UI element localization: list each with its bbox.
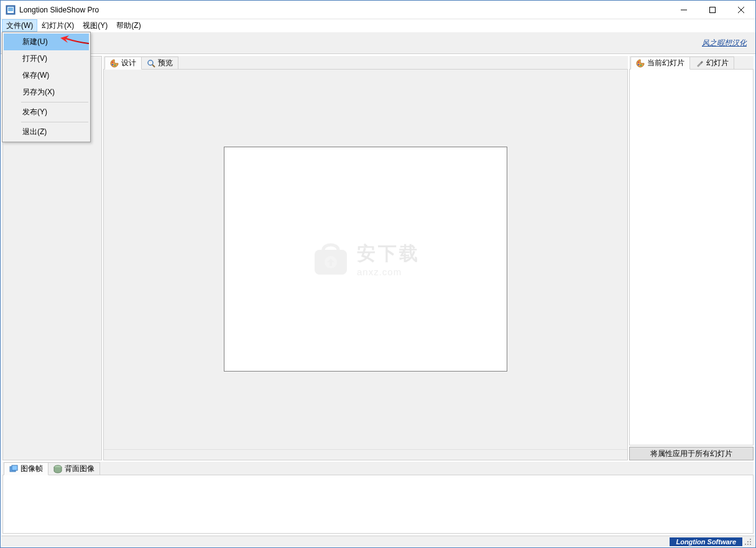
minimize-button[interactable] bbox=[670, 1, 698, 19]
center-tabstrip: 设计 预览 bbox=[103, 56, 628, 70]
horizontal-scrollbar[interactable] bbox=[104, 449, 627, 460]
watermark: 安下载 anxz.com bbox=[311, 241, 420, 277]
menu-item-new[interactable]: 新建(U) bbox=[4, 34, 89, 50]
menu-slide[interactable]: 幻灯片(X) bbox=[37, 19, 78, 32]
tab-all-slides[interactable]: 幻灯片 bbox=[689, 57, 734, 69]
svg-rect-2 bbox=[8, 7, 13, 11]
frames-icon bbox=[9, 465, 18, 473]
menu-item-label: 退出(Z) bbox=[22, 127, 47, 136]
svg-rect-34 bbox=[750, 544, 751, 545]
menu-item-label: 打开(V) bbox=[22, 54, 47, 63]
center-panel: 设计 预览 bbox=[103, 56, 628, 460]
menu-item-label: 保存(W) bbox=[22, 71, 49, 80]
svg-point-17 bbox=[112, 63, 113, 65]
svg-rect-27 bbox=[12, 465, 17, 470]
svg-rect-21 bbox=[315, 250, 347, 275]
menu-label: 幻灯片(X) bbox=[42, 21, 74, 31]
menu-help[interactable]: 帮助(Z) bbox=[112, 19, 145, 32]
tab-current-slide[interactable]: 当前幻灯片 bbox=[630, 57, 690, 70]
svg-point-24 bbox=[638, 63, 639, 65]
menu-separator bbox=[21, 102, 88, 103]
slide-canvas[interactable]: 安下载 anxz.com bbox=[224, 147, 507, 372]
button-label: 将属性应用于所有幻灯片 bbox=[650, 449, 732, 459]
svg-rect-31 bbox=[750, 541, 751, 542]
tab-label: 图像帧 bbox=[21, 464, 43, 474]
menu-label: 文件(W) bbox=[6, 21, 33, 31]
tab-label: 幻灯片 bbox=[706, 58, 729, 68]
tab-label: 预览 bbox=[158, 58, 173, 68]
svg-point-23 bbox=[638, 61, 639, 62]
svg-point-25 bbox=[640, 64, 642, 65]
window-title: Longtion SlideShow Pro bbox=[19, 6, 670, 14]
watermark-en: anxz.com bbox=[357, 267, 420, 277]
tab-back-images[interactable]: 背面图像 bbox=[48, 462, 100, 475]
status-bar: Longtion Software bbox=[1, 536, 755, 547]
menu-separator bbox=[21, 122, 88, 122]
content-area: 设计 预览 bbox=[1, 55, 755, 535]
svg-point-22 bbox=[325, 256, 337, 268]
menu-item-exit[interactable]: 退出(Z) bbox=[4, 124, 89, 140]
svg-rect-33 bbox=[747, 544, 749, 545]
tools-icon bbox=[695, 59, 704, 68]
menu-item-open[interactable]: 打开(V) bbox=[4, 50, 89, 67]
toolbar: 风之暇想汉化 bbox=[1, 32, 755, 54]
file-menu-dropdown: 新建(U) 打开(V) 保存(W) 另存为(X) 发布(Y) 退出(Z) bbox=[2, 32, 91, 142]
resize-grip[interactable] bbox=[744, 537, 752, 546]
apply-to-all-button[interactable]: 将属性应用于所有幻灯片 bbox=[629, 447, 754, 460]
svg-rect-4 bbox=[710, 7, 716, 12]
menu-file[interactable]: 文件(W) bbox=[2, 19, 37, 32]
tab-label: 设计 bbox=[121, 58, 136, 68]
tab-design[interactable]: 设计 bbox=[104, 57, 142, 70]
palette-icon bbox=[636, 59, 645, 68]
watermark-cn: 安下载 bbox=[357, 241, 420, 267]
right-tabstrip: 当前幻灯片 幻灯片 bbox=[629, 56, 754, 70]
palette-icon bbox=[110, 59, 119, 68]
status-brand: Longtion Software bbox=[670, 537, 742, 546]
window-controls bbox=[670, 1, 755, 19]
tab-preview[interactable]: 预览 bbox=[141, 57, 178, 69]
right-panel-body bbox=[629, 70, 754, 445]
bag-icon bbox=[311, 241, 351, 277]
right-panel: 当前幻灯片 幻灯片 将属性应用于所有幻灯片 bbox=[629, 56, 754, 460]
canvas-area: 安下载 anxz.com bbox=[103, 70, 628, 460]
disk-icon bbox=[53, 465, 62, 473]
tab-label: 当前幻灯片 bbox=[647, 58, 685, 68]
magnifier-icon bbox=[147, 59, 155, 68]
menu-item-publish[interactable]: 发布(Y) bbox=[4, 104, 89, 121]
tab-image-frames[interactable]: 图像帧 bbox=[4, 462, 48, 475]
svg-point-18 bbox=[114, 64, 116, 65]
bottom-panel: 图像帧 背面图像 bbox=[2, 462, 754, 534]
bottom-tabstrip: 图像帧 背面图像 bbox=[2, 462, 754, 475]
svg-point-19 bbox=[148, 60, 153, 65]
svg-rect-32 bbox=[745, 544, 746, 545]
menu-item-saveas[interactable]: 另存为(X) bbox=[4, 84, 89, 101]
menu-item-label: 新建(U) bbox=[22, 37, 48, 46]
menu-item-save[interactable]: 保存(W) bbox=[4, 67, 89, 84]
svg-rect-30 bbox=[747, 541, 749, 542]
title-bar: Longtion SlideShow Pro bbox=[1, 1, 755, 19]
menu-bar: 文件(W) 幻灯片(X) 视图(Y) 帮助(Z) bbox=[1, 19, 755, 32]
toolbar-credit-link[interactable]: 风之暇想汉化 bbox=[702, 38, 747, 48]
menu-item-label: 发布(Y) bbox=[22, 107, 47, 116]
menu-label: 视图(Y) bbox=[83, 21, 108, 31]
maximize-button[interactable] bbox=[698, 1, 727, 19]
bottom-panel-body bbox=[2, 475, 754, 534]
svg-line-20 bbox=[152, 65, 155, 67]
menu-label: 帮助(Z) bbox=[116, 21, 141, 31]
app-icon bbox=[6, 5, 16, 15]
tab-label: 背面图像 bbox=[65, 464, 94, 474]
menu-view[interactable]: 视图(Y) bbox=[78, 19, 112, 32]
close-button[interactable] bbox=[727, 1, 755, 19]
svg-point-16 bbox=[112, 61, 113, 62]
menu-item-label: 另存为(X) bbox=[22, 88, 55, 96]
svg-rect-29 bbox=[750, 539, 751, 540]
